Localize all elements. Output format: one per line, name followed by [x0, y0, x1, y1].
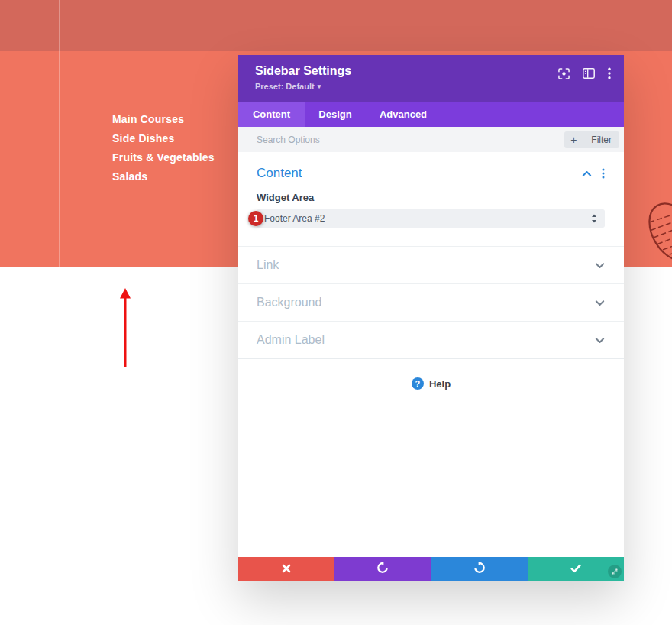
- redo-button[interactable]: [431, 557, 528, 581]
- content-section-actions: [582, 168, 605, 179]
- preset-dropdown[interactable]: Preset: Default▾: [255, 82, 321, 91]
- section-toggle-label: Link: [257, 258, 595, 272]
- tab-advanced[interactable]: Advanced: [366, 102, 441, 127]
- page-header-band: [0, 0, 672, 51]
- widget-area-label: Widget Area: [257, 192, 606, 203]
- menu-item-side-dishes[interactable]: Side Dishes: [112, 131, 215, 150]
- preset-label: Preset: Default: [255, 82, 315, 91]
- help-question-icon: ?: [412, 377, 424, 390]
- page-sidebar-menu: Main Courses Side Dishes Fruits & Vegeta…: [112, 112, 215, 188]
- plus-icon: +: [564, 131, 583, 148]
- menu-item-salads[interactable]: Salads: [112, 169, 215, 188]
- menu-item-fruits-vegetables[interactable]: Fruits & Vegetables: [112, 150, 215, 169]
- resize-handle-icon[interactable]: [608, 565, 622, 578]
- widget-area-select[interactable]: Footer Area #2: [257, 209, 605, 228]
- annotation-badge: 1: [248, 211, 263, 226]
- modal-title: Sidebar Settings: [255, 63, 610, 79]
- undo-button[interactable]: [334, 557, 431, 581]
- split-view-icon[interactable]: [583, 68, 595, 79]
- tab-design[interactable]: Design: [305, 102, 366, 127]
- help-link[interactable]: Help: [429, 378, 451, 390]
- section-toggle-link[interactable]: Link: [238, 246, 624, 283]
- modal-tab-bar: Content Design Advanced: [238, 102, 624, 127]
- tab-content[interactable]: Content: [238, 102, 305, 127]
- filter-button[interactable]: + Filter: [564, 131, 619, 148]
- kebab-menu-icon[interactable]: [608, 67, 611, 79]
- filter-button-label: Filter: [583, 131, 619, 148]
- select-sort-arrows-icon: [591, 214, 597, 223]
- chevron-up-icon[interactable]: [582, 170, 592, 177]
- widget-area-selected-value: Footer Area #2: [264, 213, 591, 224]
- discard-button[interactable]: [238, 557, 334, 581]
- sidebar-settings-modal: Sidebar Settings Preset: Default▾: [238, 55, 624, 581]
- modal-body: Content Widget Area 1: [238, 152, 624, 557]
- section-toggle-admin-label[interactable]: Admin Label: [238, 321, 624, 358]
- content-section-title[interactable]: Content: [257, 166, 582, 181]
- focus-mode-icon[interactable]: [558, 68, 570, 79]
- redo-icon: [473, 562, 486, 577]
- widget-area-field: 1 Footer Area #2: [257, 209, 605, 228]
- close-icon: [282, 562, 291, 576]
- annotation-arrow-up-icon: [115, 287, 136, 370]
- modal-header: Sidebar Settings Preset: Default▾: [238, 55, 624, 102]
- undo-icon: [376, 562, 389, 577]
- caret-down-icon: ▾: [318, 83, 321, 90]
- check-icon: [570, 562, 581, 576]
- chevron-down-icon: [595, 300, 605, 306]
- modal-footer: [238, 557, 624, 581]
- section-toggle-background[interactable]: Background: [238, 283, 624, 321]
- chevron-down-icon: [595, 262, 605, 269]
- section-toggle-label: Admin Label: [257, 333, 595, 347]
- options-search-bar: + Filter: [238, 127, 624, 152]
- content-section-header: Content: [238, 152, 624, 183]
- modal-header-actions: [558, 67, 611, 79]
- help-row: ? Help: [238, 358, 624, 390]
- section-kebab-icon[interactable]: [602, 168, 605, 179]
- section-toggle-label: Background: [257, 296, 595, 309]
- menu-item-main-courses[interactable]: Main Courses: [112, 112, 215, 131]
- search-options-input[interactable]: [255, 134, 564, 146]
- chevron-down-icon: [595, 337, 605, 344]
- column-divider: [59, 0, 60, 267]
